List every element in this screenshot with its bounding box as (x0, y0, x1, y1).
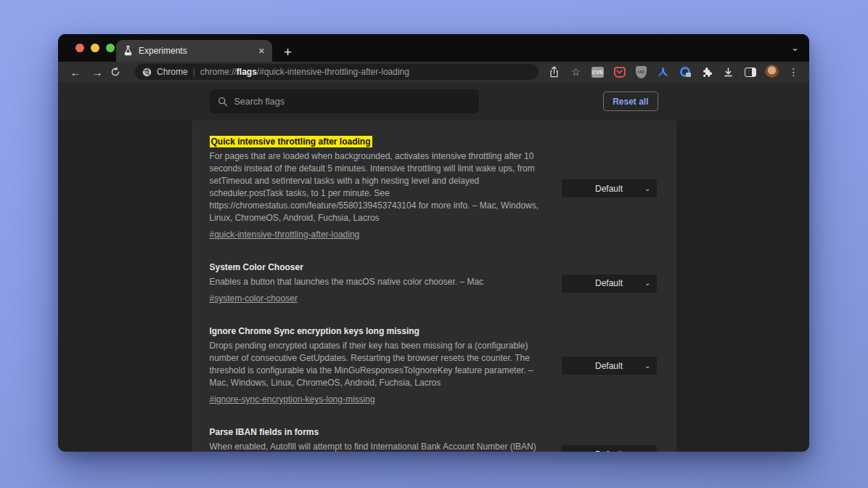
flags-content: Quick intensive throttling after loading… (58, 121, 809, 452)
browser-window: Experiments ✕ + ⌄ ← → Chrome | chrome://… (58, 34, 809, 452)
tab-search-chevron-icon[interactable]: ⌄ (791, 42, 799, 53)
flags-list: Quick intensive throttling after loading… (192, 121, 676, 452)
extension-cvs-icon[interactable]: CVS (591, 65, 605, 79)
search-icon (218, 97, 228, 107)
chrome-logo-icon (142, 68, 152, 77)
omnibox-separator: | (193, 67, 195, 77)
flag-description: Drops pending encrypted updates if their… (210, 340, 552, 389)
chevron-down-icon: ⌄ (644, 362, 650, 370)
flag-permalink[interactable]: #quick-intensive-throttling-after-loadin… (210, 229, 360, 240)
search-flags-input[interactable] (234, 97, 471, 107)
back-button[interactable]: ← (67, 67, 84, 78)
flag-title: System Color Chooser (210, 262, 552, 272)
flags-search-band: Reset all (58, 82, 809, 121)
address-bar[interactable]: Chrome | chrome://flags/#quick-intensive… (135, 64, 539, 80)
chevron-down-icon: ⌄ (644, 451, 650, 452)
new-tab-button[interactable]: + (284, 45, 292, 59)
flag-entry: Ignore Chrome Sync encryption keys long … (210, 326, 657, 405)
flag-entry: Parse IBAN fields in forms When enabled,… (210, 427, 657, 452)
share-icon[interactable] (547, 65, 561, 79)
flag-value-label: Default (595, 184, 623, 194)
flag-value-dropdown[interactable]: Default ⌄ (562, 274, 657, 293)
flag-value-dropdown[interactable]: Default ⌄ (562, 445, 657, 452)
side-panel-icon[interactable] (743, 65, 757, 79)
extension-ribbon-icon[interactable] (656, 65, 670, 79)
flag-entry: System Color Chooser Enables a button th… (210, 262, 657, 304)
flag-value-dropdown[interactable]: Default ⌄ (562, 179, 657, 198)
minimize-window-button[interactable] (91, 44, 99, 52)
chevron-down-icon: ⌄ (644, 185, 650, 192)
site-chip-label: Chrome (157, 67, 188, 77)
flag-permalink[interactable]: #ignore-sync-encryption-keys-long-missin… (210, 394, 375, 404)
flag-value-label: Default (595, 450, 623, 452)
tab-close-icon[interactable]: ✕ (258, 46, 265, 56)
tab-title: Experiments (139, 46, 253, 56)
tab-experiments[interactable]: Experiments ✕ (116, 40, 272, 62)
profile-avatar[interactable] (765, 65, 779, 79)
flags-page: Reset all Quick intensive throttling aft… (58, 82, 809, 452)
browser-menu-icon[interactable]: ⋮ (787, 65, 801, 79)
reload-button[interactable] (110, 67, 128, 77)
flag-title-highlight: Quick intensive throttling after loading (210, 136, 372, 147)
tab-strip: Experiments ✕ + ⌄ (58, 34, 809, 62)
toolbar-actions: ☆ CVS UO ⋮ (547, 65, 801, 79)
flask-icon (123, 46, 133, 56)
toolbar: ← → Chrome | chrome://flags/#quick-inten… (58, 62, 809, 82)
flag-title: Parse IBAN fields in forms (210, 427, 552, 437)
chevron-down-icon: ⌄ (644, 280, 650, 287)
downloads-icon[interactable] (721, 65, 735, 79)
zoom-window-button[interactable] (106, 44, 115, 52)
flag-value-label: Default (595, 278, 623, 288)
traffic-lights (75, 44, 115, 52)
flag-title: Ignore Chrome Sync encryption keys long … (210, 326, 552, 336)
bookmark-star-icon[interactable]: ☆ (569, 65, 583, 79)
flag-description: When enabled, Autofill will attempt to f… (210, 441, 552, 452)
forward-button[interactable]: → (89, 67, 106, 78)
flag-title: Quick intensive throttling after loading (210, 137, 552, 147)
extensions-puzzle-icon[interactable] (700, 65, 713, 79)
close-window-button[interactable] (75, 44, 84, 52)
reset-all-button[interactable]: Reset all (603, 92, 658, 111)
url-flags-bold: flags (237, 67, 257, 77)
flag-entry: Quick intensive throttling after loading… (210, 137, 657, 240)
flag-value-dropdown[interactable]: Default ⌄ (562, 357, 657, 375)
extension-pocket-icon[interactable] (613, 65, 626, 79)
extension-timer-icon[interactable] (678, 65, 692, 79)
flag-permalink[interactable]: #system-color-chooser (210, 293, 298, 304)
flag-description: Enables a button that launches the macOS… (210, 276, 552, 288)
flag-description: For pages that are loaded when backgroun… (210, 150, 552, 224)
extension-shield-icon[interactable]: UO (634, 65, 648, 79)
search-flags-box[interactable] (210, 89, 479, 113)
url-text: chrome://flags/#quick-intensive-throttli… (200, 67, 409, 77)
flag-value-label: Default (595, 361, 623, 371)
